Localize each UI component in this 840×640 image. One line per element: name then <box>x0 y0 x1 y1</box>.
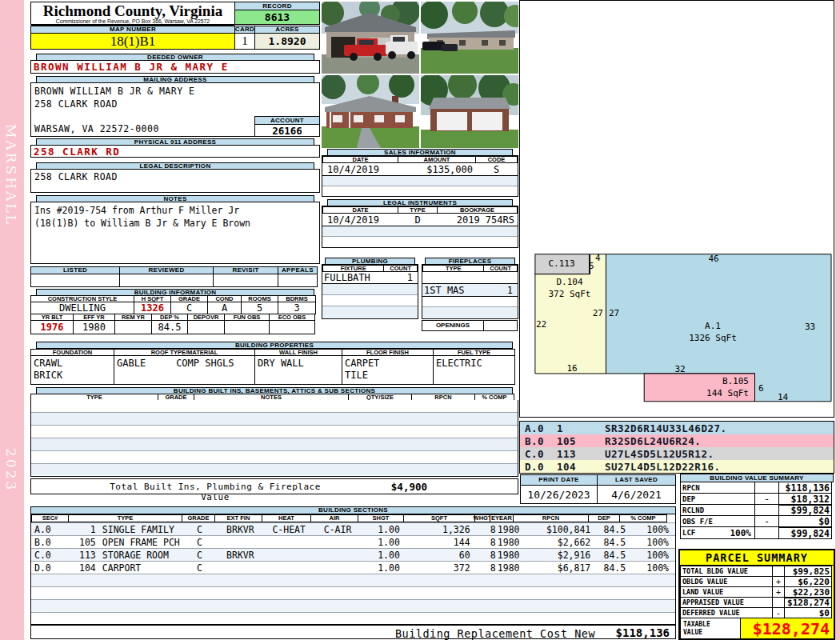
sale-code: S <box>475 163 518 175</box>
parcel-value: $6,220 <box>784 576 832 587</box>
instruments-empty-row <box>322 226 518 237</box>
sec-type-num: 105 <box>69 537 96 548</box>
review-empty-cell <box>30 274 120 287</box>
bi-value: 1980 <box>73 320 115 334</box>
plumbing-header: COUNT <box>383 265 418 272</box>
vs-sign: - <box>754 493 779 505</box>
bi-value <box>224 320 270 334</box>
sections-header-row: SEC# TYPE GRADE EXT FIN HEAT AIR SHGT SQ… <box>31 514 675 522</box>
taxable-label-line2: VALUE <box>683 629 740 637</box>
sec-grade: C <box>183 537 217 548</box>
instrument-type: D <box>398 214 438 226</box>
sections-header: DEP <box>588 514 620 522</box>
photo-house-lawn <box>421 2 518 74</box>
sec-eyear: 1980 <box>496 562 520 574</box>
roof-cell: GABLE COMP SHGLS <box>114 355 255 385</box>
sec-sqft: 60 <box>408 550 480 561</box>
bi-value: 84.5 <box>151 320 188 334</box>
instruments-table: DATE TYPE BOOKPAGE 10/4/2019 D 2019 754R… <box>322 206 518 248</box>
floor-line-2: TILE <box>345 370 430 382</box>
mailing-line-3: WARSAW, VA 22572-0000 <box>34 123 159 134</box>
instruments-header-row: DATE TYPE BOOKPAGE <box>322 206 518 214</box>
sec-air: C-AIR <box>314 524 362 535</box>
sketch-dim-a-bottom-right: 14 <box>778 392 788 402</box>
county-header-box: Richmond County, Virginia Commissioner o… <box>30 2 235 25</box>
sales-header: CODE <box>475 156 518 163</box>
sec-id: B.0 <box>31 537 69 548</box>
builtins-total-label: Total Built Ins, Plumbing & Fireplace Va… <box>99 482 331 502</box>
sketch-code-row: A.0 1 SR32D6R14U33L46D27. <box>520 422 834 434</box>
foundation-line-2: BRICK <box>34 370 111 382</box>
sec-rpcn: $100,841 <box>520 524 596 535</box>
sec-type-name: CARPORT <box>96 562 183 574</box>
record-value: 8613 <box>234 10 320 25</box>
sec-comp: 100% <box>627 562 675 574</box>
notes-box: Ins #2019-754 from Arthur F Miller Jr (1… <box>30 202 320 264</box>
code-path: SR32D6R14U33L46D27. <box>605 422 727 434</box>
plumbing-header-row: FIXTURE COUNT <box>322 265 418 272</box>
sketch-code-row: D.0 104 SU27L4D5L12D22R16. <box>520 460 834 473</box>
bi-value: C <box>170 302 208 314</box>
section-row-d: D.0 104 CARPORT C 1.00 372 8 1980 $6,817… <box>31 561 675 574</box>
bi-value: A <box>207 302 242 314</box>
sec-dep: 84.5 <box>595 524 627 535</box>
sec-grade: C <box>183 550 217 561</box>
vs-sign: - <box>754 515 779 527</box>
sketch-sqft-a: 1326 SqFt <box>677 333 749 343</box>
sec-comp: 100% <box>627 550 675 561</box>
parcel-label: LAND VALUE <box>680 586 773 598</box>
code-num: 113 <box>557 448 605 460</box>
sketch-dim-d-bottom: 16 <box>558 363 586 374</box>
replacement-label: Building Replacement Cost New <box>375 627 615 640</box>
instruments-empty-row <box>322 237 518 247</box>
vs-value: $99,824 <box>778 504 832 516</box>
sections-header: RPCN <box>513 514 589 522</box>
vs-row-obs: OBS F/E - $0 <box>680 515 834 527</box>
sales-empty-row <box>322 176 518 186</box>
sec-eyear: 1980 <box>496 550 520 561</box>
section-empty-row <box>31 599 675 612</box>
building-sketch <box>519 0 834 418</box>
sketch-code-row: B.0 105 R32SD6L24U6R24. <box>520 434 834 447</box>
fireplaces-empty-row <box>422 307 518 318</box>
parcel-sign <box>772 597 785 608</box>
vs-value: $118,136 <box>778 482 832 494</box>
sketch-sqft-d: 372 SqFt <box>538 289 602 299</box>
taxable-value: $128,274 <box>740 618 833 639</box>
plumbing-count: 1 <box>383 272 418 283</box>
fireplaces-header-row: TYPE COUNT <box>422 265 518 272</box>
fireplaces-header: COUNT <box>483 265 518 272</box>
sec-shgt: 1.00 <box>362 524 408 535</box>
parcel-row-total-bldg: TOTAL BLDG VALUE $99,825 <box>680 566 834 577</box>
sections-header: EYEAR <box>490 514 514 522</box>
openings-label: OPENINGS <box>422 320 484 331</box>
bi-value <box>187 320 225 334</box>
sec-id: A.0 <box>31 524 69 535</box>
sec-whgt: 8 <box>480 550 496 561</box>
sections-header: AIR <box>310 514 358 522</box>
sketch-dim-d-left: 22 <box>536 319 546 330</box>
sec-dep: 84.5 <box>595 537 627 548</box>
builtins-total-row: Total Built Ins, Plumbing & Fireplace Va… <box>30 478 518 494</box>
section-empty-row <box>31 586 675 599</box>
fireplaces-header: TYPE <box>422 265 484 272</box>
sec-type-num: 113 <box>69 550 96 561</box>
sales-data-row: 10/4/2019 $135,000 S <box>322 163 518 176</box>
sec-eyear: 1980 <box>496 537 520 548</box>
sec-whgt: 8 <box>480 537 496 548</box>
vs-row-rpcn: RPCN $118,136 <box>680 482 834 494</box>
sec-whgt: 8 <box>480 524 496 535</box>
sec-dep: 84.5 <box>595 550 627 561</box>
bi-value: DWELLING <box>30 302 134 314</box>
parcel-value: $128,274 <box>784 597 832 608</box>
sketch-dim-a-left: 27 <box>609 308 619 318</box>
sec-grade: C <box>183 524 217 535</box>
sec-id: D.0 <box>31 562 69 574</box>
review-empty-cell <box>213 274 278 287</box>
vs-value: $99,824 <box>778 526 832 539</box>
value-summary-table: RPCN $118,136 DEP - $18,312 RCLND $99,82… <box>680 482 834 539</box>
bi-value <box>269 320 315 334</box>
vs-value: $18,312 <box>778 493 832 505</box>
sketch-dim-a-top: 46 <box>698 254 730 264</box>
parcel-label: OBLDG VALUE <box>680 576 773 587</box>
